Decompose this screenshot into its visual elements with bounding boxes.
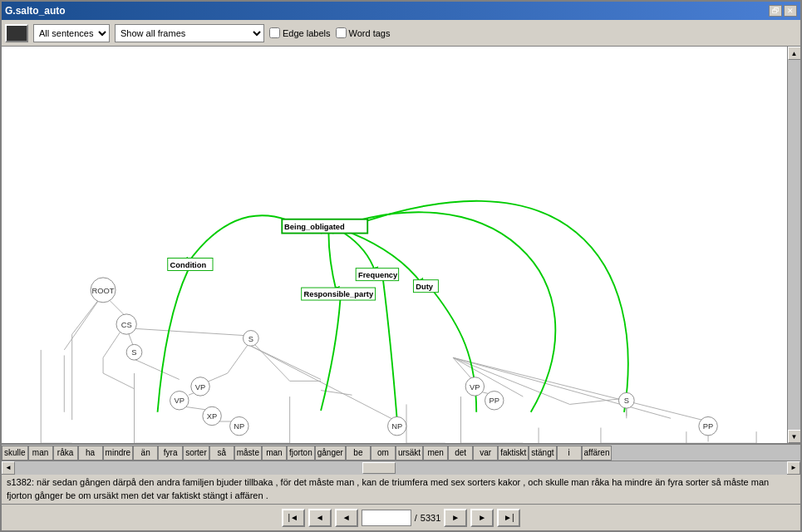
restore-button[interactable]: 🗗: [769, 5, 782, 17]
frames-select[interactable]: Show all frames Show frames Hide frames: [115, 24, 264, 42]
svg-text:Condition: Condition: [170, 261, 207, 269]
svg-text:S: S: [624, 397, 629, 405]
word-cell: om: [371, 446, 396, 461]
prev-small-button[interactable]: ◄: [335, 509, 358, 527]
total-pages: 5331: [421, 513, 440, 523]
word-cell: man: [28, 446, 53, 461]
sentences-select[interactable]: All sentences: [33, 24, 110, 42]
horizontal-scrollbar[interactable]: ◄ ►: [2, 461, 800, 474]
svg-text:Responsible_party: Responsible_party: [303, 290, 373, 298]
svg-text:VP: VP: [175, 397, 185, 405]
word-cell: affären: [582, 446, 613, 461]
word-cell: än: [133, 446, 158, 461]
svg-text:Being_obligated: Being_obligated: [284, 223, 345, 231]
close-button[interactable]: ✕: [784, 5, 797, 17]
h-scroll-track[interactable]: [15, 461, 787, 475]
first-button[interactable]: |◄: [282, 509, 305, 527]
h-scroll-thumb[interactable]: [362, 462, 396, 474]
prev-button[interactable]: ◄: [308, 509, 332, 527]
svg-text:NP: NP: [234, 422, 244, 431]
svg-text:VP: VP: [470, 383, 480, 392]
svg-text:PP: PP: [490, 397, 499, 405]
svg-text:S: S: [131, 348, 136, 357]
edge-labels-checkbox[interactable]: [269, 27, 280, 38]
current-page-input[interactable]: 1382: [362, 510, 411, 526]
sentence-line1: s1382: när sedan gången därpå den andra …: [7, 476, 795, 502]
svg-text:ROOT: ROOT: [92, 287, 115, 295]
word-tags-group: Word tags: [336, 27, 391, 38]
main-content: Being_obligated Condition Frequency Duty…: [2, 47, 800, 530]
word-cell: be: [346, 446, 371, 461]
word-cell: i: [557, 446, 582, 461]
svg-line-6: [126, 328, 251, 336]
word-cell: fyra: [158, 446, 183, 461]
word-cell: sorter: [183, 446, 209, 461]
word-bar: skullemanråkahamindreänfyrasortersåmåste…: [2, 444, 800, 461]
scroll-track[interactable]: [788, 60, 801, 430]
svg-text:Frequency: Frequency: [358, 271, 398, 279]
word-cell: ursäkt: [396, 446, 423, 461]
svg-text:CS: CS: [121, 321, 132, 329]
svg-line-2: [135, 359, 180, 379]
main-window: G.salto_auto 🗗 ✕ All sentences Show all …: [0, 0, 802, 532]
vertical-scrollbar[interactable]: ▲ ▼: [787, 47, 800, 443]
last-button[interactable]: ►|: [497, 509, 520, 527]
word-cell: ha: [78, 446, 103, 461]
word-cell: mindre: [103, 446, 134, 461]
word-tags-checkbox[interactable]: [336, 27, 347, 38]
edge-labels-label: Edge labels: [283, 28, 331, 38]
word-cell: det: [448, 446, 473, 461]
word-cell: man: [262, 446, 287, 461]
svg-text:Duty: Duty: [416, 283, 434, 291]
scroll-right-button[interactable]: ►: [787, 461, 800, 475]
scroll-up-button[interactable]: ▲: [788, 47, 801, 60]
svg-text:PP: PP: [703, 422, 713, 431]
next-button[interactable]: ►: [470, 509, 494, 527]
word-cell: faktiskt: [498, 446, 529, 461]
next-small-button[interactable]: ►: [444, 509, 467, 527]
svg-text:XP: XP: [207, 412, 217, 421]
edge-labels-group: Edge labels: [269, 27, 331, 38]
scroll-down-button[interactable]: ▼: [788, 430, 801, 443]
word-cell: stängt: [529, 446, 556, 461]
title-bar: G.salto_auto 🗗 ✕: [2, 2, 800, 20]
svg-text:NP: NP: [391, 422, 402, 431]
word-cell: skulle: [2, 446, 28, 461]
sentence-text: s1382: när sedan gången därpå den andra …: [2, 474, 800, 504]
svg-text:S: S: [248, 335, 253, 343]
window-controls: 🗗 ✕: [769, 5, 797, 17]
tree-svg: Being_obligated Condition Frequency Duty…: [2, 47, 787, 443]
word-cell: gånger: [315, 446, 346, 461]
svg-text:VP: VP: [195, 383, 205, 392]
word-tags-label: Word tags: [349, 28, 391, 38]
scroll-left-button[interactable]: ◄: [2, 461, 15, 475]
word-cell: så: [209, 446, 234, 461]
window-title: G.salto_auto: [5, 5, 66, 17]
word-cell: måste: [234, 446, 262, 461]
word-cell: men: [423, 446, 448, 461]
toolbar: All sentences Show all frames Show frame…: [2, 20, 800, 47]
word-cell: fjorton: [287, 446, 315, 461]
word-cell: var: [473, 446, 498, 461]
word-cell: råka: [53, 446, 78, 461]
svg-line-8: [251, 346, 397, 421]
canvas-area[interactable]: Being_obligated Condition Frequency Duty…: [2, 47, 800, 444]
action-button[interactable]: [5, 24, 28, 42]
svg-line-13: [64, 294, 103, 350]
navigation-bar: |◄ ◄ ◄ 1382 / 5331 ► ► ►|: [2, 504, 800, 530]
nav-separator: /: [415, 513, 417, 523]
